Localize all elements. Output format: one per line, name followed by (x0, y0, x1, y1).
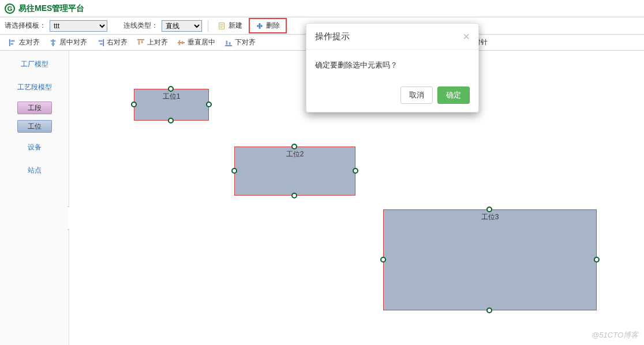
dialog-close-button[interactable]: × (463, 31, 470, 42)
port-icon[interactable] (206, 102, 212, 107)
new-button[interactable]: 新建 (214, 19, 246, 32)
port-icon[interactable] (231, 168, 237, 174)
ok-button[interactable]: 确定 (437, 87, 470, 104)
svg-rect-9 (100, 43, 102, 44)
align-center-h-button[interactable]: 居中对齐 (45, 36, 91, 49)
delete-button[interactable]: 删除 (249, 18, 287, 33)
separator (208, 20, 208, 32)
sidebar-item-factory-model[interactable]: 工厂模型 (6, 55, 63, 73)
svg-rect-16 (225, 45, 232, 46)
port-icon[interactable] (380, 257, 386, 262)
svg-rect-1 (9, 39, 10, 46)
align-bottom-icon (224, 39, 233, 47)
node-label: 工位3 (481, 212, 499, 222)
align-left-icon (9, 39, 17, 47)
svg-rect-6 (51, 43, 54, 44)
port-icon[interactable] (486, 207, 492, 212)
port-icon[interactable] (594, 257, 600, 262)
port-icon[interactable] (486, 308, 492, 313)
sidebar-item-process-model[interactable]: 工艺段模型 (6, 78, 63, 96)
port-icon[interactable] (168, 118, 174, 123)
sidebar-item-gongduan[interactable]: 工段 (17, 102, 52, 114)
svg-rect-14 (179, 40, 181, 45)
line-type-label: 连线类型： (123, 21, 158, 31)
sidebar: 工厂模型 工艺段模型 工段 工位 设备 站点 ‹ (0, 51, 69, 345)
app-header: G 易往MES管理平台 (0, 0, 644, 17)
node-label: 工位2 (286, 149, 304, 159)
svg-rect-5 (51, 40, 56, 42)
align-center-h-icon (49, 39, 57, 47)
sidebar-item-gongwei[interactable]: 工位 (17, 120, 52, 133)
align-bottom-button[interactable]: 下对齐 (220, 36, 260, 49)
dialog-message: 确定要删除选中元素吗？ (306, 50, 478, 81)
canvas-node-1[interactable]: 工位1 (134, 89, 209, 121)
dialog-header: 操作提示 × (306, 24, 478, 50)
svg-rect-8 (99, 40, 103, 42)
canvas-node-2[interactable]: 工位2 (234, 147, 355, 196)
sidebar-item-equipment[interactable]: 设备 (6, 138, 63, 156)
align-top-button[interactable]: 上对齐 (133, 36, 172, 49)
dialog-title: 操作提示 (315, 31, 350, 42)
svg-rect-10 (137, 39, 144, 40)
align-center-v-button[interactable]: 垂直居中 (173, 36, 219, 49)
line-type-select[interactable]: 直线 (162, 20, 202, 32)
sidebar-item-station[interactable]: 站点 (6, 162, 63, 179)
port-icon[interactable] (131, 102, 137, 107)
svg-rect-7 (103, 39, 104, 46)
confirm-dialog: 操作提示 × 确定要删除选中元素吗？ 取消 确定 (306, 23, 479, 112)
svg-rect-2 (11, 40, 15, 42)
dialog-footer: 取消 确定 (306, 81, 478, 112)
template-label: 请选择模板： (5, 21, 46, 31)
align-right-button[interactable]: 右对齐 (92, 36, 132, 49)
app-title: 易往MES管理平台 (18, 3, 84, 14)
svg-rect-15 (182, 41, 184, 44)
new-icon (218, 22, 226, 30)
port-icon[interactable] (291, 144, 297, 149)
watermark: @51CTO博客 (591, 330, 638, 340)
node-label: 工位1 (163, 92, 181, 102)
svg-rect-11 (138, 40, 140, 44)
cancel-button[interactable]: 取消 (400, 87, 433, 104)
logo-icon: G (5, 3, 15, 14)
delete-icon (256, 22, 264, 30)
template-select[interactable]: ttt (50, 20, 107, 32)
port-icon[interactable] (353, 168, 358, 174)
align-center-v-icon (177, 39, 185, 47)
svg-rect-3 (11, 43, 13, 44)
align-top-icon (137, 39, 145, 47)
svg-rect-17 (226, 40, 228, 44)
canvas-node-3[interactable]: 工位3 (383, 209, 597, 310)
port-icon[interactable] (168, 86, 174, 92)
align-right-icon (96, 39, 104, 47)
svg-rect-18 (229, 42, 231, 44)
port-icon[interactable] (291, 193, 297, 198)
align-left-button[interactable]: 左对齐 (5, 36, 44, 49)
svg-rect-12 (141, 40, 143, 43)
